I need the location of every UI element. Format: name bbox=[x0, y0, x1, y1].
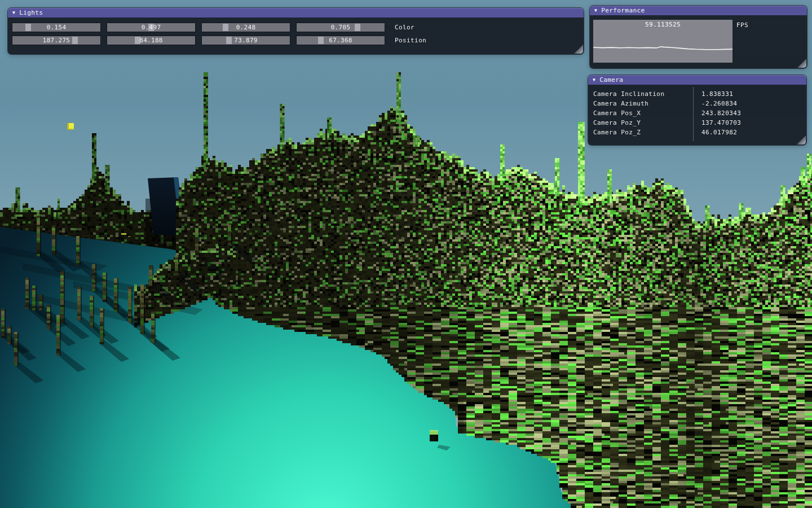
resize-grip-icon[interactable] bbox=[574, 45, 583, 54]
performance-panel-titlebar[interactable]: ▼ Performance bbox=[590, 6, 807, 15]
light-color-slider-1[interactable]: 0.497 bbox=[107, 23, 196, 32]
light-position-slider-0[interactable]: 187.275 bbox=[12, 36, 101, 45]
camera-rows: Camera Inclination 1.838331 Camera Azimu… bbox=[588, 89, 806, 137]
light-position-slider-2[interactable]: 73.879 bbox=[201, 36, 290, 45]
camera-row-label: Camera Inclination bbox=[588, 90, 693, 98]
light-position-slider-1[interactable]: 84.188 bbox=[107, 36, 196, 45]
lights-panel-body: 0.154 0.497 0.248 0.705 Color 187.275 bbox=[8, 17, 584, 54]
camera-row-pos-z: Camera Poz_Z 46.017982 bbox=[588, 128, 806, 137]
camera-row-value: 1.838331 bbox=[693, 90, 733, 98]
collapse-arrow-icon[interactable]: ▼ bbox=[594, 8, 597, 13]
performance-panel-title: Performance bbox=[601, 7, 645, 14]
performance-panel-body: 59.113525 FPS bbox=[590, 15, 807, 68]
slider-value: 0.705 bbox=[297, 23, 385, 32]
fps-label: FPS bbox=[736, 21, 748, 29]
light-position-row: 187.275 84.188 73.879 67.368 Position bbox=[12, 36, 426, 45]
light-color-slider-0[interactable]: 0.154 bbox=[12, 23, 101, 32]
camera-panel-titlebar[interactable]: ▼ Camera bbox=[588, 75, 806, 85]
slider-value: 187.275 bbox=[12, 36, 100, 45]
resize-grip-icon[interactable] bbox=[797, 59, 806, 68]
camera-row-pos-y: Camera Poz_Y 137.470703 bbox=[588, 118, 806, 128]
camera-row-value: 46.017982 bbox=[693, 129, 737, 136]
lights-panel: ▼ Lights 0.154 0.497 0.248 0.705 Color bbox=[8, 8, 584, 54]
slider-value: 0.154 bbox=[12, 23, 100, 32]
camera-row-azimuth: Camera Azimuth -2.260834 bbox=[588, 99, 806, 108]
collapse-arrow-icon[interactable]: ▼ bbox=[12, 11, 15, 15]
slider-value: 67.368 bbox=[297, 36, 385, 45]
camera-row-value: -2.260834 bbox=[693, 100, 737, 107]
slider-value: 0.248 bbox=[202, 23, 290, 32]
fps-value: 59.113525 bbox=[593, 21, 732, 28]
lights-panel-title: Lights bbox=[19, 9, 43, 16]
slider-value: 84.188 bbox=[107, 36, 195, 45]
color-row-label: Color bbox=[395, 24, 414, 31]
slider-value: 0.497 bbox=[107, 23, 195, 32]
camera-row-label: Camera Poz_Z bbox=[588, 129, 693, 136]
camera-row-value: 243.820343 bbox=[693, 110, 741, 117]
camera-row-pos-x: Camera Pos_X 243.820343 bbox=[588, 108, 806, 118]
slider-value: 73.879 bbox=[202, 36, 290, 45]
lights-panel-titlebar[interactable]: ▼ Lights bbox=[8, 8, 584, 17]
camera-panel-title: Camera bbox=[599, 76, 623, 84]
light-position-slider-3[interactable]: 67.368 bbox=[296, 36, 385, 45]
light-color-row: 0.154 0.497 0.248 0.705 Color bbox=[12, 23, 414, 32]
performance-panel: ▼ Performance 59.113525 FPS bbox=[590, 6, 807, 68]
camera-row-label: Camera Azimuth bbox=[588, 100, 693, 107]
collapse-arrow-icon[interactable]: ▼ bbox=[593, 78, 595, 82]
camera-row-label: Camera Poz_Y bbox=[588, 119, 693, 126]
camera-panel: ▼ Camera Camera Inclination 1.838331 Cam… bbox=[588, 75, 806, 145]
light-color-slider-3[interactable]: 0.705 bbox=[296, 23, 385, 32]
camera-panel-body: Camera Inclination 1.838331 Camera Azimu… bbox=[588, 85, 806, 145]
camera-row-inclination: Camera Inclination 1.838331 bbox=[588, 89, 806, 99]
camera-row-value: 137.470703 bbox=[693, 119, 741, 126]
light-color-slider-2[interactable]: 0.248 bbox=[201, 23, 290, 32]
fps-plot: 59.113525 bbox=[593, 20, 732, 63]
camera-row-label: Camera Pos_X bbox=[588, 110, 693, 117]
position-row-label: Position bbox=[395, 37, 426, 44]
